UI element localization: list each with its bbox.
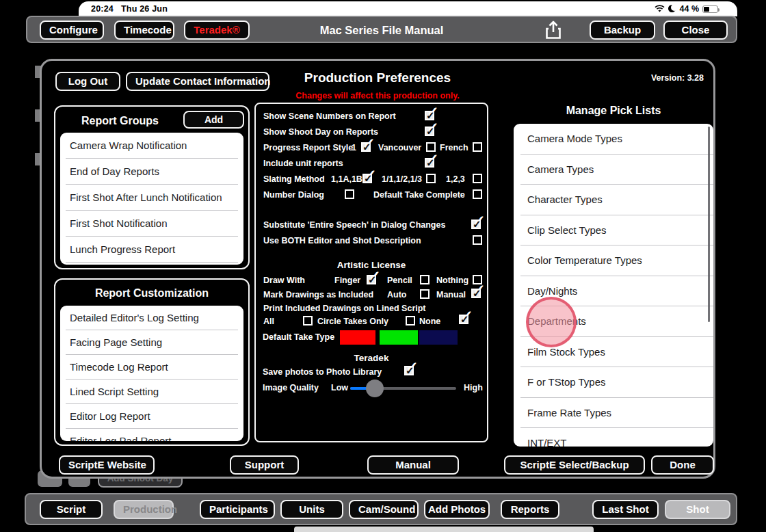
- checkbox-vancouver[interactable]: [426, 142, 436, 152]
- all-label: All: [263, 317, 274, 326]
- take-type-swatch-navy[interactable]: [419, 330, 458, 345]
- battery-icon: [702, 5, 718, 13]
- checkbox-all[interactable]: [303, 316, 313, 325]
- list-item[interactable]: Camera Mode Types: [514, 124, 713, 155]
- support-button[interactable]: Support: [230, 455, 299, 475]
- checkbox-number-dialog[interactable]: [345, 189, 354, 199]
- report-groups-panel: Report Groups Add Camera Wrap Notificati…: [54, 105, 250, 269]
- tab-script[interactable]: Script: [40, 500, 103, 519]
- checkbox-show-shoot-day[interactable]: [425, 127, 434, 136]
- checkbox-french[interactable]: [473, 142, 482, 152]
- checkbox-slating-123[interactable]: [473, 174, 482, 183]
- report-customization-list: Detailed Editor's Log Setting Facing Pag…: [60, 306, 243, 441]
- list-item[interactable]: F or TStop Types: [514, 367, 713, 398]
- last-shot-button[interactable]: Last Shot: [592, 500, 659, 519]
- default-take-complete-label: Default Take Complete: [373, 190, 465, 200]
- backup-button[interactable]: Backup: [590, 21, 655, 40]
- slider-thumb[interactable]: [366, 380, 384, 397]
- list-item[interactable]: Facing Page Setting: [60, 330, 243, 355]
- touch-indicator: [526, 297, 577, 347]
- checkbox-save-photos[interactable]: [404, 366, 414, 375]
- french-label: French: [440, 143, 468, 152]
- status-bar: 20:24 Thu 26 Jun 44 %: [79, 1, 737, 16]
- take-type-swatch-green[interactable]: [380, 330, 418, 345]
- report-groups-list: Camera Wrap Notification End of Day Repo…: [60, 133, 243, 265]
- checkbox-none[interactable]: [459, 315, 468, 324]
- checkbox-progress-style-1[interactable]: [361, 142, 371, 152]
- list-item[interactable]: Camera Wrap Notification: [60, 133, 243, 159]
- image-quality-low-label: Low: [331, 383, 348, 393]
- manual-button[interactable]: Manual: [367, 455, 459, 475]
- vancouver-label: Vancouver: [378, 143, 421, 152]
- bottom-tab-bar: Script Production Participants Units Cam…: [25, 493, 737, 525]
- finger-label: Finger: [334, 276, 360, 285]
- list-item[interactable]: Editor Log Pad Report: [60, 429, 243, 441]
- checkbox-include-unit[interactable]: [425, 158, 434, 168]
- version-label: Version: 3.28: [651, 73, 704, 83]
- checkbox-manual[interactable]: [471, 289, 481, 298]
- use-both-label: Use BOTH Editor and Shot Description: [263, 236, 421, 245]
- checkbox-circle-takes[interactable]: [406, 316, 415, 325]
- slating-fraction-label: 1/1,1/2,1/3: [382, 174, 422, 184]
- draw-with-label: Draw With: [263, 276, 305, 285]
- background-window-strip: [294, 527, 594, 532]
- shot-button[interactable]: Shot: [665, 500, 730, 519]
- number-dialog-label: Number Dialog: [263, 190, 324, 200]
- add-report-group-button[interactable]: Add: [183, 111, 244, 129]
- close-button[interactable]: Close: [663, 21, 728, 40]
- status-time-date: 20:24 Thu 26 Jun: [91, 4, 168, 14]
- list-item[interactable]: Timecode Log Report: [60, 355, 243, 380]
- list-item[interactable]: First Shot After Lunch Notification: [60, 185, 243, 211]
- checkbox-use-both[interactable]: [473, 235, 482, 245]
- list-item[interactable]: End of Day Reports: [60, 159, 243, 185]
- checkbox-auto[interactable]: [420, 289, 430, 299]
- done-button[interactable]: Done: [651, 455, 714, 475]
- checkbox-show-scene[interactable]: [425, 111, 434, 120]
- tab-reports[interactable]: Reports: [501, 500, 559, 519]
- list-item[interactable]: First Shot Notification: [60, 211, 243, 237]
- list-item[interactable]: Camera Types: [514, 155, 713, 185]
- tab-add-photos[interactable]: Add Photos: [424, 500, 490, 519]
- tab-participants[interactable]: Participants: [200, 500, 275, 519]
- image-quality-label: Image Quality: [263, 383, 319, 393]
- mark-drawings-label: Mark Drawings as Included: [263, 290, 373, 300]
- tab-units[interactable]: Units: [280, 500, 343, 519]
- checkbox-substitute[interactable]: [471, 220, 481, 229]
- scripte-website-button[interactable]: ScriptE Website: [59, 455, 155, 475]
- list-item[interactable]: Clip Select Types: [514, 215, 713, 246]
- wifi-icon: [655, 5, 665, 13]
- list-item[interactable]: Lunch Progress Report: [60, 237, 243, 263]
- checkbox-finger[interactable]: [367, 275, 376, 284]
- image-quality-slider[interactable]: [350, 387, 456, 390]
- dialog-title: Production Preferences: [42, 70, 713, 85]
- include-unit-label: Include unit reports: [263, 159, 343, 168]
- checkbox-default-take-complete[interactable]: [473, 189, 482, 199]
- teradek-heading: Teradek: [256, 353, 487, 363]
- pencil-label: Pencil: [387, 276, 412, 285]
- take-type-swatch-red[interactable]: [340, 330, 375, 345]
- report-customization-title: Report Customization: [55, 287, 248, 300]
- default-take-type-label: Default Take Type: [263, 332, 334, 342]
- list-item[interactable]: Lined Script Setting: [60, 380, 243, 404]
- checkbox-slating-1a1b[interactable]: [362, 174, 372, 183]
- tab-production[interactable]: Production: [114, 500, 174, 519]
- auto-label: Auto: [387, 290, 406, 300]
- dialog-subtitle: Changes will affect this production only…: [42, 91, 713, 101]
- scripte-select-backup-button[interactable]: ScriptE Select/Backup: [504, 455, 645, 475]
- report-customization-panel: Report Customization Detailed Editor's L…: [54, 278, 250, 446]
- list-item[interactable]: Character Types: [514, 185, 713, 215]
- list-item[interactable]: INT/EXT: [514, 428, 713, 447]
- list-item[interactable]: Frame Rate Types: [514, 398, 713, 429]
- checkbox-slating-fraction[interactable]: [426, 174, 436, 183]
- tab-cam-sound[interactable]: Cam/Sound: [349, 500, 419, 519]
- date: Thu 26 Jun: [121, 4, 168, 14]
- share-icon[interactable]: [542, 19, 564, 41]
- show-scene-label: Show Scene Numbers on Report: [263, 111, 396, 121]
- none-label: None: [419, 317, 440, 326]
- slating-1a1b-label: 1,1A,1B: [331, 174, 362, 184]
- pick-lists-scrollbar[interactable]: [708, 127, 710, 322]
- list-item[interactable]: Detailed Editor's Log Setting: [60, 306, 243, 330]
- list-item[interactable]: Color Temperature Types: [514, 245, 713, 276]
- list-item[interactable]: Editor Log Report: [60, 404, 243, 429]
- checkbox-pencil[interactable]: [420, 275, 430, 284]
